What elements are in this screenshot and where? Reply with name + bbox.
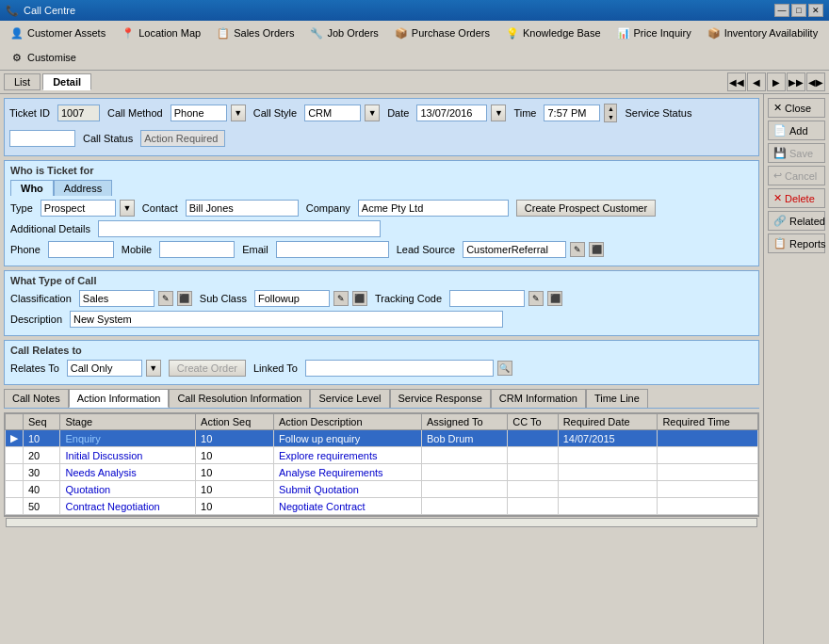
tracking-input[interactable] (449, 290, 525, 307)
row-stage: Contract Negotiation (60, 498, 196, 515)
relates-to-dropdown[interactable]: ▼ (146, 360, 161, 377)
tab-address[interactable]: Address (54, 180, 112, 196)
lead-source-search[interactable]: ⬛ (589, 242, 604, 257)
save-button[interactable]: 💾 Save (768, 143, 825, 163)
description-input[interactable] (70, 311, 503, 328)
call-style-label: Call Style (253, 107, 297, 119)
menu-customise[interactable]: ⚙ Customise (4, 47, 82, 68)
call-type-title: What Type of Call (10, 275, 753, 286)
nav-first[interactable]: ◀◀ (727, 72, 746, 91)
linked-to-search[interactable]: 🔍 (497, 361, 512, 376)
row-required-date (558, 464, 658, 481)
classification-input[interactable] (79, 290, 154, 307)
menu-job-orders[interactable]: 🔧 Job Orders (303, 23, 383, 43)
minimize-button[interactable]: — (774, 4, 789, 17)
phone-label: Phone (10, 244, 41, 255)
linked-to-input[interactable] (305, 360, 494, 377)
table-row[interactable]: ▶ 10 Enquiry 10 Follow up enquiry Bob Dr… (6, 430, 758, 447)
tab-who[interactable]: Who (10, 180, 54, 196)
contact-input[interactable] (186, 200, 299, 217)
subclass-edit[interactable]: ✎ (333, 291, 349, 306)
type-label: Type (10, 202, 33, 214)
scroll-bar[interactable] (4, 516, 759, 527)
row-action-seq: 10 (196, 481, 274, 498)
row-action-desc: Follow up enquiry (273, 430, 421, 447)
menu-customer-assets[interactable]: 👤 Customer Assets (4, 23, 111, 43)
maximize-button[interactable]: □ (791, 4, 806, 17)
tab-list[interactable]: List (4, 73, 41, 90)
nav-toggle[interactable]: ◀▶ (806, 72, 825, 91)
menu-location-map[interactable]: 📍 Location Map (115, 23, 206, 43)
subclass-browse[interactable]: ⬛ (352, 291, 367, 306)
delete-button[interactable]: ✕ Delete (768, 188, 825, 208)
table-row[interactable]: 50 Contract Negotiation 10 Negotiate Con… (6, 498, 758, 515)
row-assigned-to (421, 464, 507, 481)
call-style-input[interactable] (304, 105, 361, 121)
company-input[interactable] (358, 200, 509, 217)
related-icon: 🔗 (773, 215, 787, 227)
create-prospect-btn[interactable]: Create Prospect Customer (516, 200, 656, 217)
create-order-btn[interactable]: Create Order (169, 360, 246, 377)
email-input[interactable] (276, 241, 389, 258)
tracking-edit[interactable]: ✎ (528, 291, 544, 306)
cancel-button[interactable]: ↩ Cancel (768, 166, 825, 185)
save-icon: 💾 (773, 147, 787, 159)
relates-section: Call Relates to Relates To ▼ Create Orde… (4, 340, 759, 385)
email-label: Email (242, 244, 268, 255)
time-spinner[interactable]: ▲ ▼ (604, 104, 617, 122)
time-down[interactable]: ▼ (605, 113, 616, 121)
lead-source-edit[interactable]: ✎ (570, 242, 585, 257)
call-method-dropdown[interactable]: ▼ (231, 105, 246, 121)
tab-action-information[interactable]: Action Information (69, 389, 170, 408)
lead-source-input[interactable] (463, 241, 566, 258)
tab-detail[interactable]: Detail (42, 73, 91, 90)
nav-toolbar: List Detail ◀◀ ◀ ▶ ▶▶ ◀▶ (0, 71, 829, 94)
service-status-input[interactable] (9, 130, 75, 147)
additional-input[interactable] (98, 220, 381, 237)
close-button[interactable]: ✕ Close (768, 98, 825, 118)
nav-prev[interactable]: ◀ (747, 72, 766, 91)
classification-edit[interactable]: ✎ (158, 291, 173, 306)
row-action-desc: Negotiate Contract (273, 498, 421, 515)
add-button[interactable]: 📄 Add (768, 121, 825, 140)
menu-sales-orders[interactable]: 📋 Sales Orders (210, 23, 300, 43)
date-dropdown[interactable]: ▼ (491, 105, 506, 121)
relates-to-input[interactable] (67, 360, 142, 377)
call-style-dropdown[interactable]: ▼ (365, 105, 380, 121)
close-window-button[interactable]: ✕ (808, 4, 823, 17)
type-input[interactable] (41, 200, 116, 217)
row-action-seq: 10 (196, 464, 274, 481)
reports-button[interactable]: 📋 Reports (768, 233, 825, 253)
menu-purchase-orders[interactable]: 📦 Purchase Orders (388, 23, 496, 43)
tab-service-level[interactable]: Service Level (310, 389, 389, 408)
call-method-input[interactable] (171, 105, 227, 121)
ticket-id-input[interactable] (57, 105, 100, 121)
menu-knowledge-base[interactable]: 💡 Knowledge Base (499, 23, 607, 43)
navigation-arrows: ◀◀ ◀ ▶ ▶▶ ◀▶ (727, 72, 825, 91)
lead-source-label: Lead Source (397, 244, 455, 255)
tab-call-resolution[interactable]: Call Resolution Information (169, 389, 310, 408)
nav-next[interactable]: ▶ (767, 72, 786, 91)
date-input[interactable] (416, 105, 487, 121)
type-dropdown[interactable]: ▼ (120, 200, 135, 217)
sales-orders-icon: 📋 (216, 25, 231, 40)
phone-input[interactable] (48, 241, 114, 258)
mobile-input[interactable] (159, 241, 235, 258)
nav-last[interactable]: ▶▶ (787, 72, 805, 91)
tracking-browse[interactable]: ⬛ (547, 291, 562, 306)
classification-browse[interactable]: ⬛ (177, 291, 192, 306)
table-row[interactable]: 30 Needs Analysis 10 Analyse Requirement… (6, 464, 758, 481)
menu-inventory[interactable]: 📦 Inventory Availability (701, 23, 823, 43)
related-button[interactable]: 🔗 Related (768, 211, 825, 231)
time-input[interactable] (544, 105, 600, 121)
tab-call-notes[interactable]: Call Notes (4, 389, 69, 408)
tab-time-line[interactable]: Time Line (586, 389, 648, 408)
tab-crm-information[interactable]: CRM Information (491, 389, 586, 408)
table-row[interactable]: 40 Quotation 10 Submit Quotation (6, 481, 758, 498)
time-up[interactable]: ▲ (605, 105, 616, 113)
menu-price-inquiry[interactable]: 📊 Price Inquiry (610, 23, 697, 43)
row-seq: 20 (24, 447, 60, 464)
tab-service-response[interactable]: Service Response (390, 389, 491, 408)
subclass-input[interactable] (254, 290, 330, 307)
table-row[interactable]: 20 Initial Discussion 10 Explore require… (6, 447, 758, 464)
